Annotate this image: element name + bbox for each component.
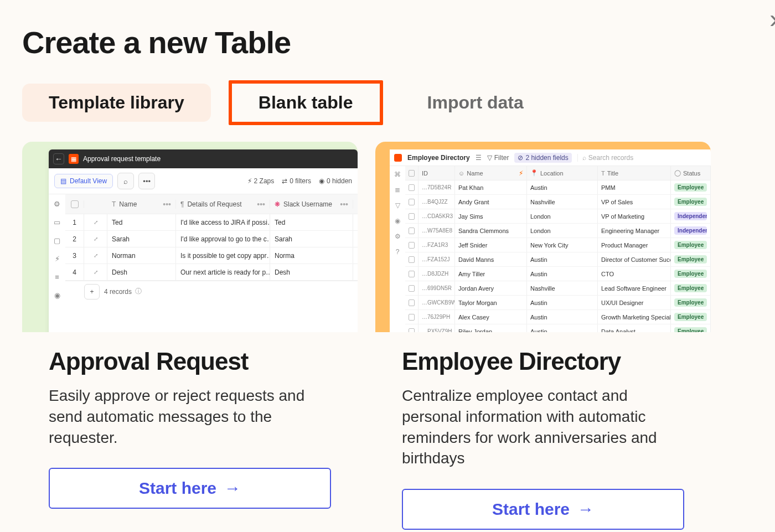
checkbox-icon bbox=[409, 242, 415, 249]
directory-app-title: Employee Directory bbox=[407, 154, 470, 162]
cell-status: Employee bbox=[671, 310, 711, 324]
checkbox-icon bbox=[409, 285, 415, 292]
filter-control: ▽Filter bbox=[487, 154, 509, 162]
gear-icon: ⚙ bbox=[54, 200, 60, 208]
tab-blank-table[interactable]: Blank table bbox=[229, 80, 383, 125]
cell-location: Nashville bbox=[527, 195, 598, 209]
expand-icon: ⤢ bbox=[94, 236, 98, 242]
bolt-icon: ⚡︎ bbox=[247, 177, 252, 185]
cell-name: Jay Sims bbox=[455, 209, 527, 223]
cell-status: Independent C bbox=[671, 224, 711, 237]
search-records: ⌕Search records bbox=[577, 154, 633, 162]
table-row: …GWCKB9WTaylor MorganAustinUX/UI Designe… bbox=[405, 296, 711, 310]
filters-count: ⇄0 filters bbox=[282, 177, 311, 185]
cell-status: Employee bbox=[671, 267, 711, 281]
cell-details: Is it possible to get copy appr… bbox=[176, 247, 270, 264]
approval-app-title: Approval request template bbox=[83, 155, 161, 163]
cell-title: PMM bbox=[598, 180, 671, 194]
eye-icon: ◉ bbox=[395, 217, 400, 225]
cell-name: Jordan Avery bbox=[455, 281, 527, 295]
col-menu-icon: ••• bbox=[163, 200, 171, 209]
cell-slack: Norma bbox=[270, 247, 353, 264]
directory-start-button[interactable]: Start here → bbox=[402, 489, 684, 530]
approval-table-footer: + 4 records ⓘ bbox=[65, 281, 358, 302]
checkbox-icon bbox=[71, 200, 79, 208]
settings-icon: ☰ bbox=[476, 154, 482, 162]
col-title: Title bbox=[607, 170, 618, 177]
cell-location: Austin bbox=[527, 310, 598, 324]
template-card-directory[interactable]: Employee Directory ☰ ▽Filter ⊘2 hidden f… bbox=[375, 142, 711, 530]
table-row: …PX5VZ9HRiley JordanAustinData AnalystEm… bbox=[405, 324, 711, 332]
cell-title: Growth Marketing Specialist bbox=[598, 310, 671, 324]
checkbox-icon bbox=[409, 314, 415, 321]
checkbox-icon bbox=[409, 213, 415, 220]
start-label: Start here bbox=[492, 500, 570, 519]
dedupe-icon: ≣ bbox=[395, 186, 400, 194]
approval-toolbar: ▤ Default View ⌕ ••• ⚡︎2 Zaps ⇄0 filters… bbox=[49, 168, 358, 194]
gear-icon: ⚙ bbox=[395, 233, 401, 240]
col-id: ID bbox=[422, 170, 428, 177]
more-icon: ••• bbox=[138, 173, 155, 189]
cell-name: Ted bbox=[107, 214, 176, 230]
search-icon: ⌕ bbox=[117, 173, 134, 189]
col-menu-icon: ••• bbox=[340, 200, 348, 209]
cell-slack: Ted bbox=[270, 214, 353, 230]
cell-name: Sandra Clemmons bbox=[455, 224, 527, 237]
person-icon: ☺ bbox=[458, 170, 464, 177]
start-label: Start here bbox=[139, 479, 216, 498]
tab-import-data[interactable]: Import data bbox=[401, 84, 550, 122]
sliders-icon: ≡ bbox=[55, 273, 59, 281]
help-icon: ? bbox=[396, 248, 400, 256]
col-status: Status bbox=[683, 170, 700, 177]
status-icon: ◯ bbox=[674, 169, 681, 177]
cell-name: Amy Tiller bbox=[455, 267, 527, 281]
cell-name: Jeff Snider bbox=[455, 238, 527, 252]
checkbox-icon bbox=[409, 299, 415, 306]
cell-status: Employee bbox=[671, 180, 711, 194]
cell-location: Austin bbox=[527, 296, 598, 309]
cell-id: …W75A8E8 bbox=[418, 224, 455, 237]
help-icon: ⓘ bbox=[135, 287, 142, 296]
table-row: 2⤢SarahI'd like approval to go to the c…… bbox=[65, 231, 358, 247]
cell-id: …GWCKB9W bbox=[418, 296, 455, 309]
cell-slack: Desh bbox=[270, 264, 353, 280]
approval-table-head: TName••• ¶Details of Request••• ❋Slack U… bbox=[65, 194, 358, 214]
row-number: 1 bbox=[65, 214, 84, 230]
cell-name: Taylor Morgan bbox=[455, 296, 527, 309]
template-card-approval[interactable]: ← ▦ Approval request template ▤ Default … bbox=[22, 142, 358, 530]
eye-icon: ◉ bbox=[54, 291, 60, 299]
cell-id: …7D5B24R bbox=[418, 180, 455, 194]
tabs: Template library Blank table Import data bbox=[0, 60, 775, 125]
cell-location: New York City bbox=[527, 238, 598, 252]
record-count: 4 records bbox=[104, 288, 132, 296]
cell-status: Employee bbox=[671, 195, 711, 209]
cell-id: …76J29PH bbox=[418, 310, 455, 324]
col-location: Location bbox=[540, 170, 564, 177]
cell-name: Riley Jordan bbox=[455, 324, 527, 332]
funnel-icon: ▽ bbox=[487, 154, 492, 162]
cell-title: Lead Software Engineer bbox=[598, 281, 671, 295]
cell-title: Product Manager bbox=[598, 238, 671, 252]
funnel-icon: ▽ bbox=[395, 202, 400, 209]
back-arrow-icon: ← bbox=[53, 153, 64, 164]
text-type-icon: T bbox=[112, 200, 116, 208]
col-slack: Slack Username bbox=[283, 200, 332, 208]
paragraph-type-icon: ¶ bbox=[180, 200, 184, 208]
approval-start-button[interactable]: Start here → bbox=[49, 468, 331, 509]
cell-id: …FZA152J bbox=[418, 252, 455, 266]
row-number: 3 bbox=[65, 247, 84, 264]
table-row: …FZA152JDavid MannsAustinDirector of Cus… bbox=[405, 252, 711, 267]
add-row-icon: + bbox=[84, 284, 100, 299]
cell-title: Director of Customer Success bbox=[598, 252, 671, 266]
cell-title: CTO bbox=[598, 267, 671, 281]
cell-status: Employee bbox=[671, 324, 711, 332]
table-row: …W75A8E8Sandra ClemmonsLondonEngineering… bbox=[405, 224, 711, 238]
tab-template-library[interactable]: Template library bbox=[22, 84, 211, 122]
table-row: …7D5B24RPat KhanAustinPMMEmployee bbox=[405, 180, 711, 195]
arrow-right-icon: → bbox=[577, 500, 594, 519]
table-row: …B4QJ2ZAndy GrantNashvilleVP of SalesEmp… bbox=[405, 195, 711, 209]
directory-table-head: ID ☺Name⚡︎ 📍Location TTitle ◯Status bbox=[405, 166, 711, 180]
close-icon[interactable]: › bbox=[769, 3, 775, 34]
cell-title: UX/UI Designer bbox=[598, 296, 671, 309]
col-name: Name bbox=[119, 200, 137, 208]
